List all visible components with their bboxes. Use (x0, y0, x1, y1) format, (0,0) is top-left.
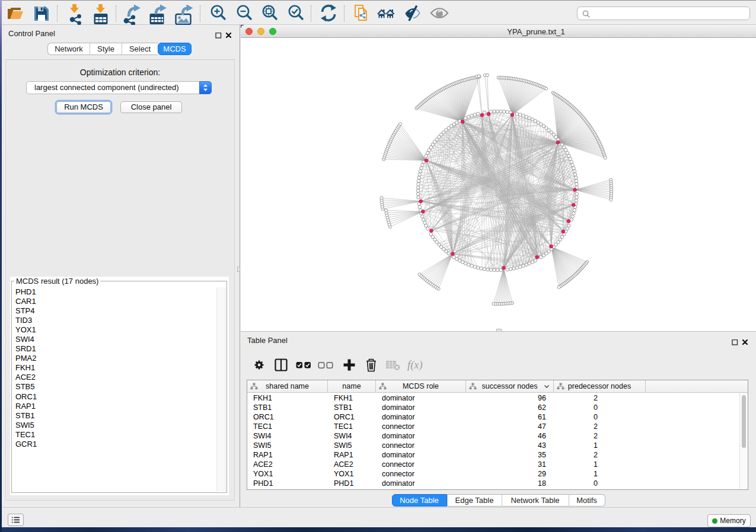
svg-text:f(x): f(x) (407, 359, 423, 371)
